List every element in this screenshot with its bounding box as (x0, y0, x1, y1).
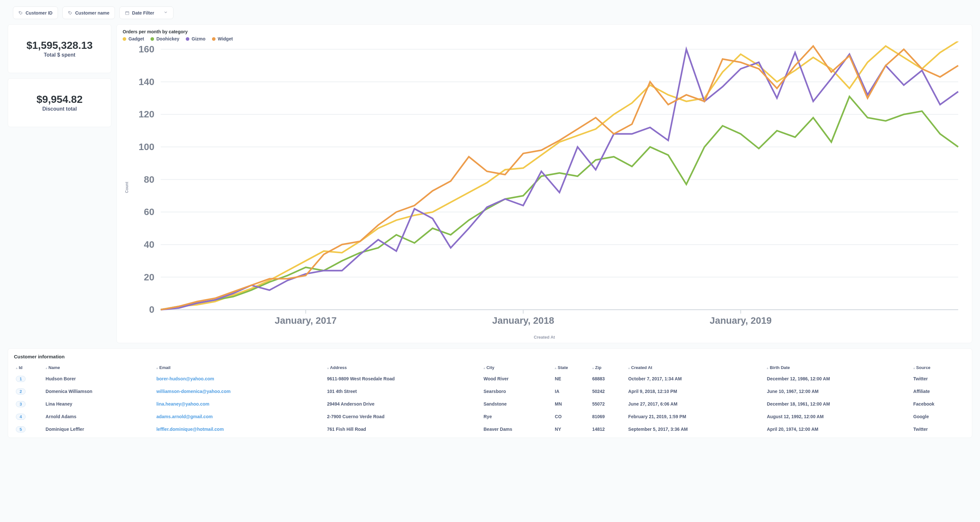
legend-dot-icon (212, 37, 216, 41)
cell-city: Searsboro (482, 385, 553, 398)
filter-label: Customer name (75, 10, 110, 16)
id-pill[interactable]: 3 (16, 401, 25, 407)
svg-text:60: 60 (144, 207, 155, 217)
kpi-label: Discount total (42, 106, 77, 112)
svg-text:120: 120 (138, 109, 154, 119)
table-row[interactable]: 1Hudson Borerborer-hudson@yahoo.com9611-… (14, 373, 966, 385)
series-widget[interactable] (161, 46, 958, 309)
tag-icon (68, 11, 73, 15)
filter-customer-id[interactable]: Customer ID (13, 6, 58, 19)
email-link[interactable]: williamson-domenica@yahoo.com (156, 389, 231, 394)
sort-asc-icon: ▴ (555, 366, 556, 370)
kpi-discount-total[interactable]: $9,954.82 Discount total (8, 78, 111, 127)
sort-asc-icon: ▴ (628, 366, 630, 370)
cell-zip: 55072 (590, 398, 626, 411)
table-row[interactable]: 2Domenica Williamsonwilliamson-domenica@… (14, 385, 966, 398)
cell-created: February 21, 2019, 1:59 PM (626, 411, 765, 423)
cell-id: 2 (14, 385, 44, 398)
svg-text:100: 100 (138, 142, 154, 152)
cell-source: Affiliate (912, 385, 966, 398)
cell-zip: 50242 (590, 385, 626, 398)
series-doohickey[interactable] (161, 97, 958, 309)
legend-dot-icon (186, 37, 189, 41)
filter-bar: Customer ID Customer name Date Filter (6, 6, 974, 19)
kpi-value: $1,595,328.13 (27, 40, 93, 51)
kpi-total-spent[interactable]: $1,595,328.13 Total $ spent (8, 24, 111, 73)
table-row[interactable]: 4Arnold Adamsadams.arnold@gmail.com2-790… (14, 411, 966, 423)
table-row[interactable]: 3Lina Heaneylina.heaney@yahoo.com29494 A… (14, 398, 966, 411)
customer-table: ▴Id▴Name▴Email▴Address▴City▴State▴Zip▴Cr… (14, 363, 966, 436)
svg-text:140: 140 (138, 77, 154, 87)
legend-item[interactable]: Gadget (123, 36, 144, 41)
sort-asc-icon: ▴ (913, 366, 915, 370)
cell-email: leffler.dominique@hotmail.com (154, 423, 325, 436)
id-pill[interactable]: 4 (16, 414, 25, 420)
cell-city: Beaver Dams (482, 423, 553, 436)
tag-icon (18, 11, 23, 15)
cell-city: Rye (482, 411, 553, 423)
sort-asc-icon: ▴ (156, 366, 158, 370)
cell-name: Arnold Adams (44, 411, 154, 423)
svg-text:20: 20 (144, 272, 155, 282)
col-state[interactable]: ▴State (553, 363, 590, 373)
chevron-down-icon (164, 10, 168, 16)
col-birth-date[interactable]: ▴Birth Date (765, 363, 911, 373)
cell-birth: August 12, 1992, 12:00 AM (765, 411, 911, 423)
col-id[interactable]: ▴Id (14, 363, 44, 373)
cell-id: 4 (14, 411, 44, 423)
email-link[interactable]: borer-hudson@yahoo.com (156, 376, 214, 381)
cell-created: September 5, 2017, 3:36 AM (626, 423, 765, 436)
filter-label: Customer ID (25, 10, 52, 16)
svg-text:0: 0 (149, 304, 154, 315)
legend-item[interactable]: Widget (212, 36, 233, 41)
col-address[interactable]: ▴Address (325, 363, 482, 373)
email-link[interactable]: leffler.dominique@hotmail.com (156, 427, 224, 432)
x-axis-label: Created At (123, 335, 966, 340)
cell-id: 5 (14, 423, 44, 436)
filter-date[interactable]: Date Filter (119, 6, 173, 19)
col-zip[interactable]: ▴Zip (590, 363, 626, 373)
filter-customer-name[interactable]: Customer name (62, 6, 115, 19)
customer-table-card: Customer information ▴Id▴Name▴Email▴Addr… (8, 348, 972, 438)
cell-state: IA (553, 385, 590, 398)
cell-city: Wood River (482, 373, 553, 385)
col-name[interactable]: ▴Name (44, 363, 154, 373)
table-row[interactable]: 5Dominique Lefflerleffler.dominique@hotm… (14, 423, 966, 436)
cell-name: Lina Heaney (44, 398, 154, 411)
line-chart[interactable]: 020406080100120140160January, 2017Januar… (129, 41, 966, 333)
cell-created: April 9, 2018, 12:10 PM (626, 385, 765, 398)
cell-name: Hudson Borer (44, 373, 154, 385)
col-email[interactable]: ▴Email (154, 363, 325, 373)
svg-text:80: 80 (144, 175, 155, 185)
legend-item[interactable]: Gizmo (186, 36, 205, 41)
chart-title: Orders per month by category (123, 29, 966, 34)
y-axis-label: Count (123, 41, 129, 333)
cell-source: Twitter (912, 423, 966, 436)
id-pill[interactable]: 1 (16, 376, 25, 382)
svg-text:160: 160 (138, 44, 154, 54)
cell-address: 2-7900 Cuerno Verde Road (325, 411, 482, 423)
legend-item[interactable]: Doohickey (151, 36, 179, 41)
legend-label: Widget (218, 36, 233, 41)
calendar-icon (125, 11, 129, 15)
id-pill[interactable]: 2 (16, 389, 25, 395)
cell-created: June 27, 2017, 6:06 AM (626, 398, 765, 411)
cell-address: 9611-9809 West Rosedale Road (325, 373, 482, 385)
col-created-at[interactable]: ▴Created At (626, 363, 765, 373)
cell-email: borer-hudson@yahoo.com (154, 373, 325, 385)
email-link[interactable]: lina.heaney@yahoo.com (156, 401, 209, 406)
cell-state: NE (553, 373, 590, 385)
col-source[interactable]: ▴Source (912, 363, 966, 373)
svg-text:January, 2017: January, 2017 (275, 315, 337, 326)
table-title: Customer information (14, 354, 966, 359)
chart-card[interactable]: Orders per month by category GadgetDoohi… (116, 24, 972, 343)
cell-address: 101 4th Street (325, 385, 482, 398)
svg-rect-2 (126, 11, 129, 14)
cell-zip: 14812 (590, 423, 626, 436)
legend-dot-icon (151, 37, 154, 41)
id-pill[interactable]: 5 (16, 426, 25, 432)
svg-text:January, 2019: January, 2019 (710, 315, 772, 326)
email-link[interactable]: adams.arnold@gmail.com (156, 414, 213, 419)
col-city[interactable]: ▴City (482, 363, 553, 373)
cell-source: Twitter (912, 373, 966, 385)
